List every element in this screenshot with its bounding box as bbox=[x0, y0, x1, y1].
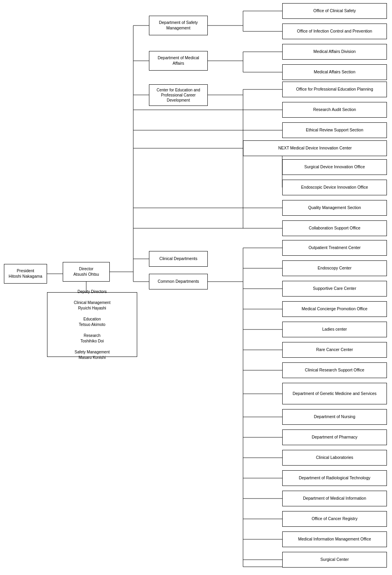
surgical-device-box: Surgical Device Innovation Office bbox=[282, 159, 387, 175]
dept-safety-label: Department of Safety Management bbox=[152, 20, 205, 31]
clinical-labs-label: Clinical Laboratories bbox=[316, 455, 353, 460]
supportive-care-label: Supportive Care Center bbox=[313, 286, 356, 291]
dept-medical-affairs-label: Department of Medical Affairs bbox=[152, 55, 205, 66]
medical-affairs-sec-box: Medical Affairs Section bbox=[282, 64, 387, 80]
outpatient-label: Outpatient Treatment Center bbox=[309, 245, 361, 251]
pharmacy-box: Department of Pharmacy bbox=[282, 429, 387, 445]
next-center-label: NEXT Medical Device Innovation Center bbox=[278, 146, 352, 151]
prof-education-box: Office for Professional Education Planni… bbox=[282, 82, 387, 97]
genetic-box: Department of Genetic Medicine and Servi… bbox=[282, 383, 387, 404]
radiology-label: Department of Radiological Technology bbox=[299, 475, 370, 481]
clinical-labs-box: Clinical Laboratories bbox=[282, 450, 387, 466]
clinical-research-box: Clinical Research Support Office bbox=[282, 362, 387, 378]
office-infection-box: Office of Infection Control and Preventi… bbox=[282, 24, 387, 39]
genetic-label: Department of Genetic Medicine and Servi… bbox=[292, 391, 376, 397]
endoscopy-box: Endoscopy Center bbox=[282, 260, 387, 276]
cancer-registry-box: Office of Cancer Registry bbox=[282, 511, 387, 527]
endoscopic-device-box: Endoscopic Device Innovation Office bbox=[282, 180, 387, 195]
medical-info-box: Department of Medical Information bbox=[282, 491, 387, 506]
deputy-directors-box: Deputy Directors Clinical Management Ryu… bbox=[47, 292, 137, 357]
medical-affairs-sec-label: Medical Affairs Section bbox=[314, 69, 355, 75]
rare-cancer-box: Rare Cancer Center bbox=[282, 342, 387, 358]
director-box: Director Atsushi Ohtsu bbox=[63, 262, 110, 282]
president-label: President Hitoshi Nakagama bbox=[9, 268, 42, 279]
concierge-box: Medical Concierge Promotion Office bbox=[282, 301, 387, 317]
next-center-box: NEXT Medical Device Innovation Center bbox=[243, 140, 387, 156]
endoscopy-label: Endoscopy Center bbox=[318, 266, 351, 271]
medical-affairs-div-label: Medical Affairs Division bbox=[314, 49, 356, 55]
rare-cancer-label: Rare Cancer Center bbox=[316, 347, 353, 353]
ladies-center-label: Ladies center bbox=[322, 327, 347, 332]
common-depts-box: Common Departments bbox=[149, 274, 208, 289]
radiology-box: Department of Radiological Technology bbox=[282, 470, 387, 486]
clinical-depts-label: Clinical Departments bbox=[160, 256, 198, 262]
office-clinical-safety-label: Office of Clinical Safety bbox=[313, 8, 356, 14]
surgical-center-box: Surgical Center bbox=[282, 552, 387, 568]
office-infection-label: Office of Infection Control and Preventi… bbox=[297, 29, 372, 34]
collaboration-label: Collaboration Support Office bbox=[309, 226, 361, 231]
research-audit-label: Research Audit Section bbox=[313, 107, 356, 113]
research-audit-box: Research Audit Section bbox=[282, 102, 387, 118]
prof-education-label: Office for Professional Education Planni… bbox=[296, 87, 373, 92]
surgical-device-label: Surgical Device Innovation Office bbox=[304, 164, 365, 170]
dept-medical-affairs-box: Department of Medical Affairs bbox=[149, 51, 208, 71]
office-clinical-safety-box: Office of Clinical Safety bbox=[282, 3, 387, 19]
ethical-review-box: Ethical Review Support Section bbox=[282, 122, 387, 138]
quality-mgmt-label: Quality Management Section bbox=[308, 205, 361, 211]
ethical-review-label: Ethical Review Support Section bbox=[306, 127, 363, 133]
medical-affairs-div-box: Medical Affairs Division bbox=[282, 44, 387, 60]
med-info-mgmt-label: Medical Information Management Office bbox=[298, 537, 371, 542]
deputy-label: Deputy Directors Clinical Management Ryu… bbox=[74, 289, 110, 360]
nursing-label: Department of Nursing bbox=[314, 414, 356, 420]
common-depts-label: Common Departments bbox=[158, 279, 199, 284]
collaboration-box: Collaboration Support Office bbox=[282, 220, 387, 236]
medical-info-label: Department of Medical Information bbox=[303, 496, 366, 501]
supportive-care-box: Supportive Care Center bbox=[282, 281, 387, 297]
surgical-center-label: Surgical Center bbox=[320, 557, 348, 562]
concierge-label: Medical Concierge Promotion Office bbox=[302, 306, 368, 312]
dept-education-box: Center for Education and Professional Ca… bbox=[149, 84, 208, 106]
dept-safety-box: Department of Safety Management bbox=[149, 16, 208, 35]
med-info-mgmt-box: Medical Information Management Office bbox=[282, 531, 387, 547]
clinical-depts-box: Clinical Departments bbox=[149, 251, 208, 267]
cancer-registry-label: Office of Cancer Registry bbox=[312, 516, 358, 522]
director-label: Director Atsushi Ohtsu bbox=[73, 266, 99, 277]
clinical-research-label: Clinical Research Support Office bbox=[305, 368, 365, 373]
nursing-box: Department of Nursing bbox=[282, 409, 387, 425]
outpatient-box: Outpatient Treatment Center bbox=[282, 240, 387, 256]
president-box: President Hitoshi Nakagama bbox=[4, 264, 47, 284]
ladies-center-box: Ladies center bbox=[282, 322, 387, 337]
pharmacy-label: Department of Pharmacy bbox=[312, 435, 358, 440]
quality-mgmt-box: Quality Management Section bbox=[282, 200, 387, 216]
dept-education-label: Center for Education and Professional Ca… bbox=[152, 87, 205, 103]
endoscopic-device-label: Endoscopic Device Innovation Office bbox=[301, 185, 368, 190]
